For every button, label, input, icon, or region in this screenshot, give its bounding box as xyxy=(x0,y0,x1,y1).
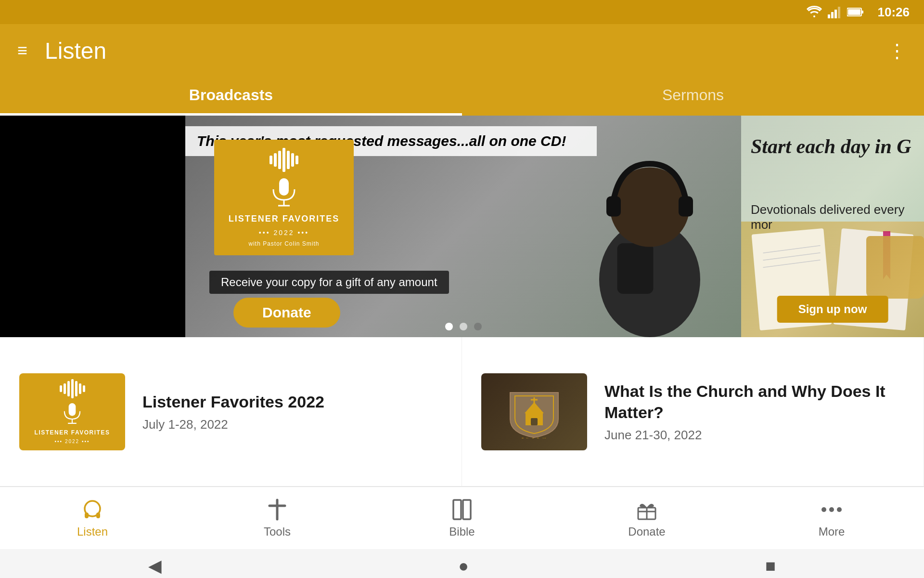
thumb-mic-icon xyxy=(62,401,83,426)
nav-label-donate: Donate xyxy=(628,525,665,539)
dot-1[interactable] xyxy=(445,323,453,330)
svg-rect-30 xyxy=(85,512,89,518)
dot-2[interactable] xyxy=(460,323,467,330)
content-item-2[interactable]: Colin S. Smith What Is the Church and Wh… xyxy=(462,337,924,486)
nav-label-tools: Tools xyxy=(264,525,291,539)
mic-icon xyxy=(270,176,298,210)
carousel-right-text1: Start each day in G xyxy=(751,135,919,158)
svg-rect-2 xyxy=(834,10,837,18)
nav-label-bible: Bible xyxy=(449,525,475,539)
album-pastor: with Pastor Colin Smith xyxy=(248,240,319,247)
thumb-year-text: ••• 2022 ••• xyxy=(55,439,90,444)
nav-item-bible[interactable]: Bible xyxy=(370,498,554,539)
svg-rect-11 xyxy=(679,197,693,217)
svg-point-41 xyxy=(837,507,842,512)
status-icons: 10:26 xyxy=(807,5,910,20)
church-shield-svg: Colin S. Smith xyxy=(500,385,568,438)
svg-text:Colin S. Smith: Colin S. Smith xyxy=(521,437,547,438)
svg-point-40 xyxy=(829,507,834,512)
content-date-1: July 1-28, 2022 xyxy=(142,417,442,432)
content-area: LISTENER FAVORITES ••• 2022 ••• Listener… xyxy=(0,337,924,486)
nav-item-donate[interactable]: Donate xyxy=(554,498,739,539)
svg-rect-0 xyxy=(828,14,830,18)
wifi-icon xyxy=(807,6,822,18)
svg-rect-27 xyxy=(531,418,538,425)
status-time: 10:26 xyxy=(878,5,910,20)
app-title: Listen xyxy=(45,38,106,64)
svg-rect-10 xyxy=(606,197,621,217)
more-dots-nav-icon xyxy=(819,498,844,521)
recents-button[interactable]: ■ xyxy=(765,556,776,576)
thumb-church: Colin S. Smith xyxy=(481,373,587,450)
nav-item-more[interactable]: More xyxy=(739,498,924,539)
tabs: Broadcasts Sermons xyxy=(0,77,924,116)
carousel-dots xyxy=(445,323,482,330)
status-bar: 10:26 xyxy=(0,0,924,24)
tab-sermons[interactable]: Sermons xyxy=(462,77,924,116)
battery-icon xyxy=(847,7,864,17)
thumb-waveform xyxy=(60,379,85,398)
svg-rect-31 xyxy=(96,512,100,518)
listener-fav-card: LISTENER FAVORITES ••• 2022 ••• with Pas… xyxy=(214,140,354,255)
more-vert-icon[interactable]: ⋮ xyxy=(887,39,907,62)
nav-item-tools[interactable]: Tools xyxy=(185,498,370,539)
svg-rect-5 xyxy=(861,11,863,13)
system-nav: ◀ ● ■ xyxy=(0,549,924,578)
content-info-1: Listener Favorites 2022 July 1-28, 2022 xyxy=(142,391,442,432)
bible-nav-icon xyxy=(451,498,473,521)
bottom-nav: Listen Tools Bible Donate xyxy=(0,486,924,549)
carousel-slide-2-partial: Start each day in G Devotionals delivere… xyxy=(741,116,924,337)
svg-rect-12 xyxy=(279,178,289,196)
gift-nav-icon xyxy=(635,498,658,521)
svg-rect-35 xyxy=(463,500,471,519)
carousel-slide-1: This year's most requested messages...al… xyxy=(185,116,741,337)
content-title-1: Listener Favorites 2022 xyxy=(142,391,442,412)
thumb-inner: LISTENER FAVORITES ••• 2022 ••• xyxy=(19,373,125,450)
headphones-nav-icon xyxy=(81,498,104,521)
nav-label-more: More xyxy=(819,525,845,539)
coffee-cup xyxy=(866,236,924,299)
svg-rect-20 xyxy=(69,403,76,416)
person-headphones xyxy=(578,135,722,337)
cross-nav-icon xyxy=(267,498,288,521)
svg-rect-6 xyxy=(848,9,860,15)
nav-label-listen: Listen xyxy=(77,525,108,539)
content-title-2: What Is the Church and Why Does It Matte… xyxy=(604,381,904,423)
app-bar-left: ≡ Listen xyxy=(17,38,106,64)
hamburger-menu-icon[interactable]: ≡ xyxy=(17,40,27,61)
content-info-2: What Is the Church and Why Does It Matte… xyxy=(604,381,904,443)
tab-broadcasts[interactable]: Broadcasts xyxy=(0,77,462,116)
back-button[interactable]: ◀ xyxy=(148,556,162,576)
content-date-2: June 21-30, 2022 xyxy=(604,428,904,443)
svg-point-39 xyxy=(821,507,826,512)
app-bar: ≡ Listen ⋮ xyxy=(0,24,924,77)
receive-copy-text: Receive your copy for a gift of any amou… xyxy=(209,271,449,294)
album-year: ••• 2022 ••• xyxy=(259,229,309,236)
svg-rect-34 xyxy=(453,500,461,519)
home-button[interactable]: ● xyxy=(458,556,469,576)
thumb-church-inner: Colin S. Smith xyxy=(481,373,587,450)
signal-icon xyxy=(828,6,841,18)
carousel: This year's most requested messages...al… xyxy=(0,116,924,337)
content-item-1[interactable]: LISTENER FAVORITES ••• 2022 ••• Listener… xyxy=(0,337,462,486)
signup-button[interactable]: Sign up now xyxy=(777,296,888,323)
nav-item-listen[interactable]: Listen xyxy=(0,498,185,539)
thumb-title-text: LISTENER FAVORITES xyxy=(35,429,110,436)
waveform-bars xyxy=(270,148,298,172)
thumb-listener-fav: LISTENER FAVORITES ••• 2022 ••• xyxy=(19,373,125,450)
svg-rect-3 xyxy=(838,7,840,18)
svg-rect-8 xyxy=(617,243,654,294)
svg-rect-1 xyxy=(831,12,834,18)
dot-3[interactable] xyxy=(474,323,482,330)
carousel-left-black xyxy=(0,116,185,337)
donate-cta-button[interactable]: Donate xyxy=(233,298,340,328)
album-title: LISTENER FAVORITES xyxy=(229,213,340,224)
carousel-right-text2: Devotionals delivered every mor xyxy=(751,202,919,232)
